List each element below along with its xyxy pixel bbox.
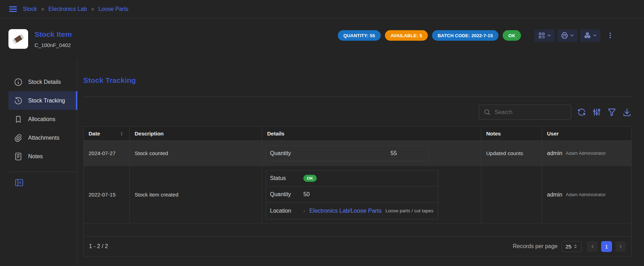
- table-empty-space: [84, 224, 631, 236]
- column-header-details: Details: [262, 127, 481, 140]
- status-ok-badge: OK: [303, 175, 317, 182]
- refresh-icon: [577, 107, 586, 117]
- details-location-row: Location - Electronics Lab/Loose Parts L…: [266, 203, 438, 219]
- stock-item-thumbnail[interactable]: [8, 29, 28, 49]
- sidebar-item-label: Notes: [28, 153, 43, 160]
- details-quantity-row: Quantity 55: [266, 146, 429, 161]
- main-panel: Stock Tracking: [77, 60, 644, 266]
- chevron-right-icon: [618, 244, 623, 249]
- user-fullname: Adam Administrator: [566, 192, 606, 197]
- description-cell: Stock counted: [130, 141, 262, 166]
- sidebar-divider: [8, 172, 77, 172]
- adjustments-icon: [592, 107, 601, 117]
- column-header-description: Description: [130, 127, 262, 140]
- details-subtable: Quantity 55: [266, 146, 429, 161]
- date-cell: 2024-07-27: [84, 141, 130, 166]
- table-row[interactable]: 2022-07-15 Stock item created Status OK …: [84, 166, 631, 224]
- filter-button[interactable]: [607, 107, 617, 117]
- download-icon: [622, 107, 632, 117]
- sidebar-item-stock-tracking[interactable]: Stock Tracking: [8, 91, 77, 110]
- user-cell: admin Adam Administrator: [542, 141, 631, 166]
- record-range: 1 - 2 / 2: [89, 243, 108, 250]
- sidebar-item-attachments[interactable]: Attachments: [8, 128, 77, 147]
- sidebar-item-stock-details[interactable]: Stock Details: [8, 73, 77, 91]
- batch-code-badge: BATCH CODE: 2022-7-15: [432, 30, 498, 41]
- breadcrumb-link-loose-parts[interactable]: Loose Parts: [98, 6, 128, 12]
- location-description: Loose parts / cut tapes: [385, 208, 433, 213]
- date-cell: 2022-07-15: [84, 166, 130, 223]
- breadcrumb-separator: >: [41, 6, 44, 12]
- sidebar-item-label: Stock Tracking: [28, 98, 65, 104]
- breadcrumb-link-electronics-lab[interactable]: Electronics Lab: [49, 6, 87, 12]
- stock-actions-button[interactable]: [580, 29, 600, 42]
- search-icon: [483, 108, 491, 116]
- chevron-down-icon: [569, 33, 574, 38]
- column-header-date[interactable]: Date: [84, 127, 130, 140]
- details-cell: Quantity 55: [262, 141, 481, 166]
- page-1-button[interactable]: 1: [601, 241, 612, 252]
- collapse-sidebar-button[interactable]: [14, 178, 24, 187]
- sidebar-item-label: Attachments: [28, 135, 59, 141]
- status-badge: OK: [503, 30, 521, 41]
- search-box: [479, 105, 571, 120]
- sidebar-item-label: Stock Details: [28, 79, 61, 85]
- refresh-button[interactable]: [577, 107, 586, 117]
- username: admin: [547, 192, 562, 198]
- notes-cell: Updated counts: [481, 141, 542, 166]
- page-header: Stock Item C_100nF_0402 QUANTITY: 55 AVA…: [0, 18, 644, 60]
- printer-icon: [561, 32, 568, 39]
- breadcrumb-separator: >: [91, 6, 94, 12]
- user-fullname: Adam Administrator: [566, 151, 606, 156]
- column-header-user: User: [542, 127, 631, 140]
- stock-tracking-table: Date Description Details Notes User 2024…: [83, 126, 632, 257]
- sidebar-item-allocations[interactable]: Allocations: [8, 110, 77, 128]
- search-input[interactable]: [495, 109, 567, 115]
- location-prefix: -: [303, 208, 305, 214]
- capacitor-image: [11, 31, 26, 47]
- panel-heading: Stock Tracking: [83, 76, 632, 85]
- table-toolbar: [83, 105, 632, 120]
- next-page-button[interactable]: [615, 241, 626, 252]
- breadcrumb: Stock > Electronics Lab > Loose Parts: [23, 6, 128, 12]
- details-label: Status: [266, 175, 303, 181]
- app: Stock > Electronics Lab > Loose Parts St…: [0, 0, 644, 266]
- details-label: Quantity: [266, 150, 303, 157]
- menu-icon[interactable]: [8, 5, 18, 14]
- filter-icon: [607, 107, 617, 117]
- breadcrumb-link-stock[interactable]: Stock: [23, 6, 37, 12]
- details-quantity-row: Quantity 50: [266, 187, 438, 203]
- sidebar-item-label: Allocations: [28, 116, 55, 122]
- badge-group: QUANTITY: 55 AVAILABLE: 5 BATCH CODE: 20…: [338, 30, 521, 41]
- selector-icon: [573, 244, 578, 249]
- details-value: 55: [391, 150, 397, 157]
- download-button[interactable]: [622, 107, 632, 117]
- details-cell: Status OK Quantity 50 Location - Electro…: [262, 166, 481, 223]
- qrcode-icon: [538, 32, 546, 39]
- top-navbar: Stock > Electronics Lab > Loose Parts: [0, 0, 644, 18]
- sort-icon: [119, 131, 124, 137]
- details-label: Quantity: [266, 191, 303, 198]
- location-link[interactable]: Electronics Lab/Loose Parts: [309, 207, 381, 214]
- title-block: Stock Item C_100nF_0402: [34, 30, 72, 48]
- table-row[interactable]: 2024-07-27 Stock counted Quantity 55 Upd…: [84, 141, 631, 166]
- details-status-row: Status OK: [266, 171, 438, 187]
- column-settings-button[interactable]: [592, 107, 601, 117]
- barcode-actions-button[interactable]: [534, 29, 555, 42]
- previous-page-button[interactable]: [587, 241, 598, 252]
- header-actions: QUANTITY: 55 AVAILABLE: 5 BATCH CODE: 20…: [338, 29, 614, 42]
- heading-divider: [83, 97, 632, 97]
- table-header-row: Date Description Details Notes User: [84, 127, 631, 141]
- more-actions-button[interactable]: [606, 29, 614, 41]
- action-button-group: [534, 29, 600, 42]
- column-header-notes: Notes: [481, 127, 542, 140]
- details-label: Location: [266, 208, 303, 214]
- content: Stock Details Stock Tracking Allocations…: [0, 60, 644, 266]
- page-size-select[interactable]: 25: [562, 241, 582, 252]
- print-actions-button[interactable]: [557, 29, 578, 42]
- available-badge: AVAILABLE: 5: [385, 30, 428, 41]
- chevron-left-icon: [590, 244, 595, 249]
- notes-cell: [481, 166, 542, 223]
- chevron-down-icon: [592, 33, 597, 38]
- sidebar-item-notes[interactable]: Notes: [8, 147, 77, 166]
- records-per-page-label: Records per page: [513, 243, 558, 250]
